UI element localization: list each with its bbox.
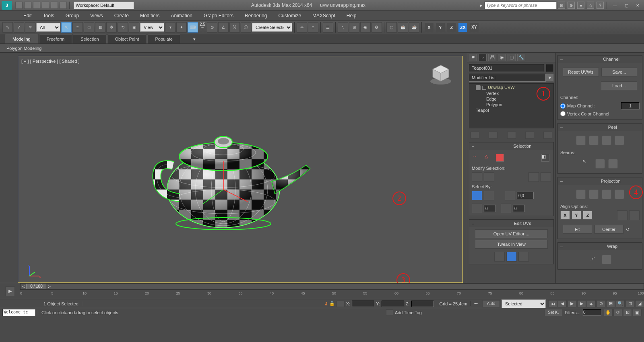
shrink-icon[interactable] — [484, 172, 494, 182]
timeline-play-icon[interactable]: ▶ — [5, 286, 15, 296]
select-sg-icon[interactable] — [501, 204, 511, 213]
goto-start-icon[interactable]: ⏮ — [548, 300, 557, 307]
viewport-label[interactable]: [ + ] [ Perspective ] [ Shaded ] — [21, 59, 80, 64]
display-tab-icon[interactable]: ▢ — [508, 54, 516, 61]
edge-sel-to-seams-icon[interactable] — [608, 159, 618, 169]
next-frame-icon[interactable]: ▶ — [577, 300, 586, 307]
app-logo[interactable]: 3 — [2, 1, 12, 10]
reset-gizmo-icon[interactable]: ↺ — [626, 227, 637, 232]
axis-z[interactable]: Z — [447, 23, 456, 32]
stack-teapot[interactable]: Teapot — [469, 107, 553, 113]
menu-modifiers[interactable]: Modifiers — [134, 11, 165, 20]
quickmap-display-icon[interactable] — [494, 252, 505, 262]
manipulate-icon[interactable]: ✦ — [176, 22, 187, 33]
search-input[interactable] — [484, 2, 557, 9]
y-coord-field[interactable] — [382, 301, 404, 307]
loop-icon[interactable] — [541, 172, 551, 182]
tab-freeform[interactable]: Freeform — [39, 34, 72, 43]
matid-spinner[interactable] — [484, 205, 496, 212]
sel-polygon-icon[interactable] — [496, 154, 504, 162]
map-channel-spinner[interactable] — [621, 102, 640, 109]
transform-type-icon[interactable] — [336, 301, 345, 307]
select-ignore-backfacing-icon[interactable] — [484, 191, 494, 200]
render-teapot-icon[interactable]: ☕ — [398, 22, 408, 33]
ring-icon[interactable] — [528, 172, 539, 182]
reset-uvws-button[interactable]: Reset UVWs — [563, 68, 599, 76]
time-slider[interactable]: < 0 / 100 > — [20, 283, 644, 290]
align-icon[interactable]: ≡ — [308, 22, 318, 33]
snap-percent-icon[interactable]: % — [229, 22, 240, 33]
spherical-map-icon[interactable] — [602, 190, 611, 199]
lock-prompt-icon[interactable] — [386, 309, 393, 316]
open-uv-editor-button[interactable]: Open UV Editor ... — [475, 229, 548, 238]
save-uvs-button[interactable]: Save... — [601, 68, 638, 76]
bind-spacewarp-icon[interactable]: ≋ — [25, 22, 35, 33]
workspace-select[interactable] — [74, 2, 134, 9]
align-z-button[interactable]: Z — [583, 211, 592, 220]
sel-element-icon[interactable]: ◧ — [541, 154, 549, 162]
snap-angle-icon[interactable]: ∠ — [218, 22, 229, 33]
viewcube[interactable] — [429, 62, 453, 86]
modifier-list-combo[interactable]: Modifier List — [469, 74, 546, 82]
select-name-icon[interactable]: ≡ — [72, 22, 83, 33]
vertex-color-radio[interactable]: Vertex Color Channel — [560, 110, 640, 117]
select-by-element-icon[interactable] — [472, 191, 482, 200]
keyboard-shortcut-icon[interactable]: ⌨ — [188, 22, 198, 33]
align-y-button[interactable]: Y — [572, 211, 581, 220]
maximize-button[interactable]: ▢ — [621, 2, 631, 8]
select-planar-angle-icon[interactable] — [505, 191, 515, 200]
stack-polygon[interactable]: Polygon — [469, 102, 553, 107]
create-tab-icon[interactable]: ✹ — [469, 54, 477, 61]
hierarchy-tab-icon[interactable]: 品 — [488, 54, 496, 61]
new-icon[interactable] — [15, 2, 23, 9]
key-mode-icon[interactable]: ⊙ — [597, 300, 605, 307]
open-icon[interactable] — [24, 2, 31, 9]
goto-end-icon[interactable]: ⏭ — [587, 300, 596, 307]
fit-button[interactable]: Fit — [563, 225, 592, 234]
undo-icon[interactable] — [42, 2, 49, 9]
autokey-button[interactable]: Auto — [482, 300, 500, 307]
nav-zoomall-icon[interactable]: ⊡ — [625, 300, 634, 307]
favorites-icon[interactable]: ☆ — [587, 2, 594, 9]
utilities-tab-icon[interactable]: 🔧 — [517, 54, 525, 61]
cylindrical-map-icon[interactable] — [589, 190, 599, 199]
box-map-icon[interactable] — [615, 190, 624, 199]
unfold-strip-icon[interactable] — [602, 255, 611, 264]
link-icon[interactable] — [60, 2, 67, 9]
exchange-icon[interactable]: ★ — [577, 2, 584, 9]
selection-rollout-header[interactable]: –Selection — [469, 142, 553, 150]
tweak-in-view-button[interactable]: Tweak In View — [475, 240, 548, 249]
ribbon-dropdown-icon[interactable]: ▾ — [192, 35, 197, 43]
close-button[interactable]: ✕ — [633, 2, 642, 8]
menu-edit[interactable]: Edit — [18, 11, 37, 20]
add-time-tag[interactable]: Add Time Tag — [395, 310, 422, 315]
select-link-icon[interactable]: ⤡ — [2, 22, 13, 33]
nav-zoom-icon[interactable]: 🔍 — [616, 300, 625, 307]
axis-xy[interactable]: XY — [470, 23, 479, 32]
menu-help[interactable]: Help — [341, 11, 362, 20]
wrap-rollout-header[interactable]: –Wrap — [558, 243, 642, 250]
time-slider-handle[interactable]: 0 / 100 — [26, 284, 46, 289]
object-color-swatch[interactable] — [546, 64, 554, 72]
edituvs-rollout-header[interactable]: –Edit UVs — [469, 220, 553, 227]
tab-populate[interactable]: Populate — [147, 34, 180, 43]
modify-tab-icon[interactable]: ⟋ — [479, 54, 487, 61]
load-uvs-button[interactable]: Load... — [601, 81, 637, 90]
key-filters-label[interactable]: Filters... — [565, 310, 580, 315]
object-name-field[interactable] — [469, 64, 544, 72]
play-icon[interactable]: ▶ — [568, 300, 576, 307]
render-setup-icon[interactable]: ⚙ — [372, 22, 382, 33]
menu-create[interactable]: Create — [109, 11, 134, 20]
menu-group[interactable]: Group — [60, 11, 85, 20]
peel-rollout-header[interactable]: –Peel — [558, 124, 642, 131]
viewport-object-teapot[interactable] — [143, 109, 320, 239]
remove-modifier-icon[interactable] — [525, 132, 534, 139]
reset-peel-icon[interactable] — [602, 136, 611, 145]
curve-editor-icon[interactable]: ∿ — [338, 22, 348, 33]
render-frame-icon[interactable]: ▢ — [386, 22, 397, 33]
x-coord-field[interactable] — [352, 301, 374, 307]
nav-pan-icon[interactable]: ✋ — [604, 309, 613, 316]
sel-edge-icon[interactable]: △ — [485, 154, 493, 162]
tab-modeling[interactable]: Modeling — [5, 34, 38, 43]
named-selection-set[interactable]: Create Selection S — [252, 23, 292, 32]
